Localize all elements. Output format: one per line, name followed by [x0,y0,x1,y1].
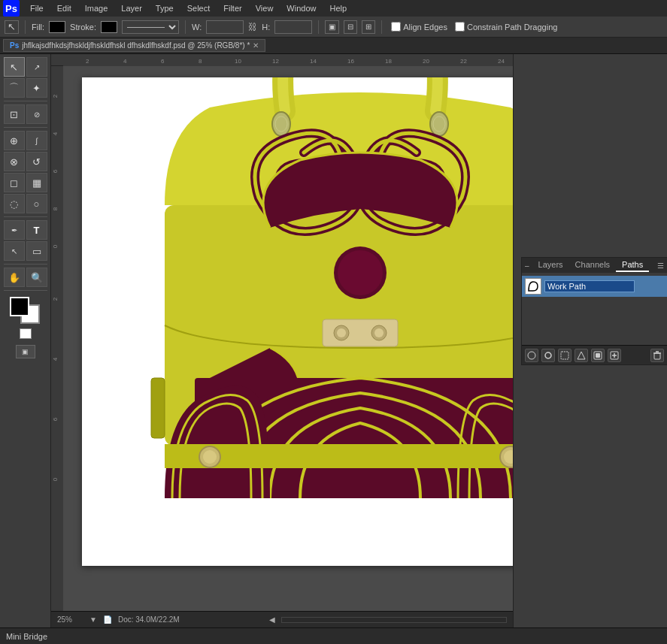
left-toolbar: ↖ ↗ ⌒ ✦ ⊡ ⊘ ⊕ ∫ ⊗ ↺ ◻ ▦ ◌ ○ ✒ [0,54,51,627]
panel-empty-area[interactable] [522,300,667,345]
stroke-label: Stroke: [70,23,96,32]
tool-crop[interactable]: ⊡ [4,104,25,124]
quick-mask-btn[interactable] [20,328,32,339]
tool-dodge[interactable]: ○ [26,194,47,213]
tool-magic-wand[interactable]: ✦ [26,78,47,98]
status-bar: 25% ▼ 📄 Doc: 34.0M/22.2M ◀ [51,611,513,627]
canvas-content[interactable] [63,66,513,611]
tool-blur[interactable]: ◌ [4,194,25,213]
w-label: W: [192,23,202,32]
svg-text:0: 0 [52,477,59,481]
tool-selection[interactable]: ↖ [4,57,25,77]
fill-swatch[interactable] [49,21,65,33]
tool-type[interactable]: T [26,220,47,240]
menu-view[interactable]: View [250,2,280,14]
tool-hand[interactable]: ✋ [4,268,25,287]
add-mask-btn[interactable] [591,349,605,362]
align-edges-label: Align Edges [403,23,447,32]
menubar: Ps File Edit Image Layer Type Select Fil… [0,0,667,17]
svg-point-42 [203,450,217,464]
toolbar-sep-2 [185,20,186,34]
mini-bridge-bar[interactable]: Mini Bridge [0,627,667,644]
stroke-path-btn[interactable] [541,349,555,362]
tool-eraser[interactable]: ◻ [4,173,25,192]
path-arrange-btn[interactable]: ⊞ [362,20,375,34]
tab-layers[interactable]: Layers [532,259,569,272]
svg-text:20: 20 [423,58,429,65]
panels-area: – Layers Channels Paths ☰ [513,54,667,627]
panel-menu-btn[interactable]: ☰ [657,262,664,270]
doc-tab-close[interactable]: ✕ [253,41,259,50]
canvas-white [82,77,513,566]
zoom-dropdown-icon[interactable]: ▼ [89,615,97,624]
options-toolbar: ↖ Fill: Stroke: ————— 1px 2px W: ⛓ H: ▣ … [0,17,667,38]
path-ops-btn[interactable]: ▣ [325,20,339,34]
menu-image[interactable]: Image [79,2,114,14]
load-as-selection-btn[interactable] [558,349,571,362]
svg-rect-49 [561,352,568,359]
path-align-btn[interactable]: ⊟ [344,20,357,34]
tool-clone[interactable]: ⊗ [4,152,25,171]
new-path-btn[interactable] [608,349,621,362]
svg-point-47 [528,352,535,359]
panel-collapse-btn[interactable]: – [525,262,529,270]
document-tab[interactable]: Ps jhflkajsdfhkdsjfhskldjfhskldfhskl dfh… [3,39,265,52]
svg-rect-52 [596,353,600,358]
tool-separator-3 [4,216,47,217]
menu-type[interactable]: Type [150,2,180,14]
scroll-bar[interactable] [281,617,507,623]
toolbar-sep-4 [381,20,382,34]
menu-edit[interactable]: Edit [51,2,77,14]
delete-path-btn[interactable] [650,349,664,362]
svg-text:10: 10 [235,58,241,65]
scroll-left-btn[interactable]: ◀ [269,615,275,624]
svg-text:8: 8 [199,58,202,65]
svg-marker-50 [578,352,585,359]
doc-info-icon[interactable]: 📄 [103,615,112,624]
path-name-input[interactable] [544,280,635,292]
make-work-path-btn[interactable] [575,349,588,362]
svg-text:6: 6 [52,417,59,421]
align-edges-checkbox[interactable] [391,22,401,32]
chain-icon[interactable]: ⛓ [248,22,257,32]
width-field[interactable] [206,20,244,34]
tool-pen[interactable]: ✒ [4,220,25,240]
tab-channels[interactable]: Channels [569,259,616,272]
tool-separator-4 [4,264,47,265]
tool-brush[interactable]: ∫ [26,131,47,150]
path-selection-tool-btn[interactable]: ↖ [5,20,19,34]
height-field[interactable] [274,20,312,34]
tool-eyedropper[interactable]: ⊘ [26,104,47,124]
tool-rectangle[interactable]: ▭ [26,241,47,261]
svg-point-38 [374,328,384,337]
stroke-swatch[interactable] [101,21,117,33]
tool-path-select[interactable]: ↖ [4,241,25,261]
svg-text:2: 2 [86,58,89,65]
foreground-color-swatch[interactable] [10,297,29,316]
tool-direct-selection[interactable]: ↗ [26,57,47,77]
tool-healing[interactable]: ⊕ [4,131,25,150]
stroke-width-dropdown[interactable]: ————— 1px 2px [122,20,179,34]
svg-rect-56 [654,353,660,359]
menu-file[interactable]: File [24,2,50,14]
tool-lasso[interactable]: ⌒ [4,78,25,98]
tool-zoom[interactable]: 🔍 [26,268,47,287]
toolbar-sep-1 [25,20,26,34]
svg-text:4: 4 [123,58,127,65]
mini-bridge-label: Mini Bridge [6,632,47,641]
panel-tabs: Layers Channels Paths [532,259,657,272]
tool-gradient[interactable]: ▦ [26,173,47,192]
path-row-work-path[interactable] [522,276,667,297]
menu-select[interactable]: Select [181,2,217,14]
svg-point-48 [545,352,551,358]
tab-paths[interactable]: Paths [616,259,649,272]
svg-text:16: 16 [347,58,354,65]
constrain-path-checkbox[interactable] [455,22,465,32]
menu-layer[interactable]: Layer [115,2,148,14]
fill-path-btn[interactable] [525,349,538,362]
screen-mode-btn[interactable]: ▣ [16,345,35,358]
tool-history[interactable]: ↺ [26,152,47,171]
menu-window[interactable]: Window [280,2,322,14]
menu-help[interactable]: Help [323,2,353,14]
menu-filter[interactable]: Filter [217,2,247,14]
